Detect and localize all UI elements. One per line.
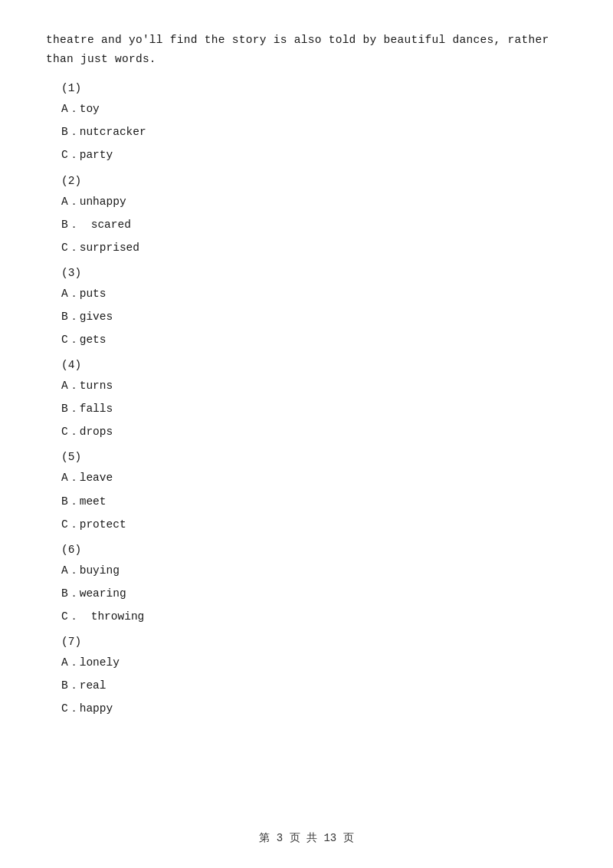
question-block-2: (2)A．unhappyB． scaredC．surprised [46,175,567,258]
questions-container: (1)A．toyB．nutcrackerC．party(2)A．unhappyB… [46,82,567,718]
option-1-1: A．toy [61,99,567,119]
page-footer: 第 3 页 共 13 页 [0,831,613,845]
option-2-2: B． scared [61,215,567,235]
question-number-5: (5) [61,451,567,463]
option-3-1: A．puts [61,284,567,304]
option-6-1: A．buying [61,561,567,580]
option-6-2: B．wearing [61,584,567,603]
question-block-6: (6)A．buyingB．wearingC． throwing [46,544,567,626]
option-2-3: C．surprised [61,238,567,258]
question-number-3: (3) [61,267,567,279]
footer-text: 第 3 页 共 13 页 [259,832,353,844]
intro-text: theatre and yo'll find the story is also… [46,31,567,68]
option-4-2: B．falls [61,399,567,419]
option-1-2: B．nutcracker [61,122,567,142]
question-block-1: (1)A．toyB．nutcrackerC．party [46,82,567,165]
option-4-3: C．drops [61,422,567,442]
question-block-5: (5)A．leaveB．meetC．protect [46,451,567,534]
question-number-1: (1) [61,82,567,94]
option-1-3: C．party [61,145,567,165]
question-number-7: (7) [61,636,567,648]
option-5-2: B．meet [61,492,567,511]
question-block-4: (4)A．turnsB．fallsC．drops [46,359,567,442]
option-7-1: A．lonely [61,653,567,672]
option-4-1: A．turns [61,376,567,396]
option-7-3: C．happy [61,699,567,718]
page-content: theatre and yo'll find the story is also… [0,0,613,768]
question-block-7: (7)A．lonelyB．realC．happy [46,636,567,718]
option-3-2: B．gives [61,307,567,327]
question-number-4: (4) [61,359,567,371]
option-5-1: A．leave [61,468,567,488]
question-number-2: (2) [61,175,567,187]
option-3-3: C．gets [61,330,567,350]
option-5-3: C．protect [61,515,567,534]
option-6-3: C． throwing [61,607,567,626]
option-2-1: A．unhappy [61,192,567,212]
question-block-3: (3)A．putsB．givesC．gets [46,267,567,350]
option-7-2: B．real [61,676,567,695]
question-number-6: (6) [61,544,567,556]
